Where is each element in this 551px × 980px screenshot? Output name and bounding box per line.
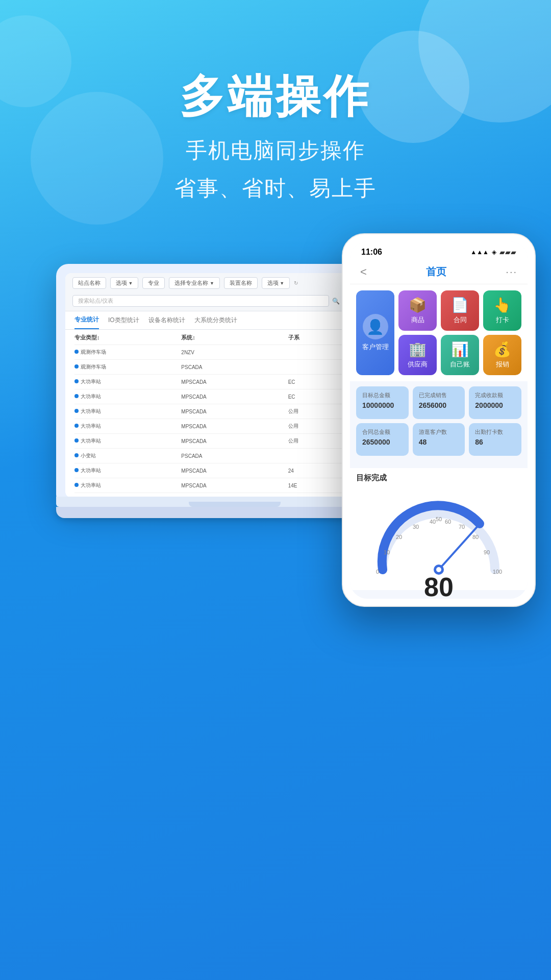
svg-line-11 [439, 525, 479, 570]
subtitle-2: 省事、省时、易上手 [0, 174, 551, 203]
back-button[interactable]: < [360, 265, 367, 279]
svg-text:50: 50 [436, 516, 442, 522]
stats-row-1: 目标总金额 10000000 已完成销售 2656000 完成收款额 20000… [356, 386, 521, 419]
menu-item-contract[interactable]: 📄 合同 [441, 290, 479, 331]
stat-value-1: 2656000 [419, 401, 459, 409]
svg-text:10: 10 [384, 549, 390, 555]
table-cell: PSCADA [181, 453, 288, 459]
phone-outer: 11:06 ▲▲▲ ◈ ▰▰▰ < 首页 ··· [342, 233, 536, 607]
stat-label-1: 已完成销售 [419, 391, 459, 399]
menu-item-account[interactable]: 📊 自己账 [441, 335, 479, 375]
menu-item-clockin[interactable]: 👆 打卡 [483, 290, 521, 331]
tab-major-stats[interactable]: 专业统计 [74, 315, 99, 329]
table-cell: MPSCADA [181, 409, 288, 414]
stat-card-customers-visited: 游逛客户数 48 [413, 423, 465, 456]
svg-text:80: 80 [472, 534, 479, 540]
speedometer-svg: 0 10 20 30 40 50 [367, 493, 510, 575]
tab-io-stats[interactable]: IO类型统计 [108, 316, 139, 329]
status-time: 11:06 [361, 248, 382, 257]
table-cell: PSCADA [181, 364, 288, 370]
speedometer-container: 0 10 20 30 40 50 [356, 488, 521, 585]
phone-screen: 11:06 ▲▲▲ ◈ ▰▰▰ < 首页 ··· [350, 241, 528, 599]
table-cell: 大功率站 [74, 467, 181, 474]
stat-label-3: 合同总金额 [362, 428, 403, 436]
toolbar-refresh-icon[interactable]: ↻ [294, 280, 298, 286]
svg-text:90: 90 [484, 549, 490, 555]
menu-item-customer[interactable]: 👤 客户管理 [356, 290, 394, 375]
phone-menu-grid: 👤 客户管理 📦 商品 📄 合同 👆 [350, 284, 528, 381]
signal-icon: ▲▲▲ [470, 249, 489, 256]
toolbar-dropdown-1[interactable]: 选项 [110, 277, 138, 289]
devices-container: 站点名称 选项 专业 选择专业名称 装置名称 选项 ↻ 搜索站点/仪表 🔍 查询… [0, 243, 551, 498]
products-icon: 📦 [409, 297, 427, 313]
table-cell: 观测停车场 [74, 363, 181, 371]
main-title: 多端操作 [0, 66, 551, 127]
toolbar-label-device: 装置名称 [224, 277, 258, 289]
table-cell: 大功率站 [74, 408, 181, 415]
stat-card-attendance: 出勤打卡数 86 [469, 423, 521, 456]
reimbursement-icon: 💰 [493, 341, 511, 358]
table-cell: MPSCADA [181, 394, 288, 400]
tab-device-stats[interactable]: 设备名称统计 [148, 316, 185, 329]
menu-item-reimbursement[interactable]: 💰 报销 [483, 335, 521, 375]
search-icon: 🔍 [332, 298, 340, 305]
menu-label-reimbursement: 报销 [496, 360, 509, 369]
stat-label-2: 完成收款额 [475, 391, 515, 399]
speedometer: 0 10 20 30 40 50 [367, 493, 510, 575]
table-cell: 大功率站 [74, 482, 181, 489]
account-icon: 📊 [451, 341, 469, 358]
menu-label-supplier: 供应商 [408, 360, 428, 369]
contract-icon: 📄 [451, 297, 469, 313]
more-button[interactable]: ··· [506, 266, 517, 278]
stat-card-contract-total: 合同总金额 2650000 [356, 423, 409, 456]
stat-card-collection-done: 完成收款额 2000000 [469, 386, 521, 419]
svg-text:100: 100 [493, 569, 502, 575]
stat-label-4: 游逛客户数 [419, 428, 459, 436]
menu-label-contract: 合同 [454, 315, 467, 325]
goal-title: 目标完成 [356, 473, 521, 483]
stat-value-2: 2000000 [475, 401, 515, 409]
stats-row-2: 合同总金额 2650000 游逛客户数 48 出勤打卡数 86 [356, 423, 521, 456]
col-header-major: 专业类型↕ [74, 334, 181, 341]
table-cell: MPSCADA [181, 424, 288, 429]
table-cell: MPSCADA [181, 468, 288, 474]
table-cell: 观测停车场 [74, 349, 181, 356]
phone-nav-bar: < 首页 ··· [350, 260, 528, 284]
battery-icon: ▰▰▰ [499, 248, 516, 256]
menu-label-account: 自己账 [450, 360, 470, 369]
customer-avatar: 👤 [363, 314, 388, 339]
toolbar-label-station: 站点名称 [72, 277, 106, 289]
toolbar-dropdown-2[interactable]: 选择专业名称 [169, 277, 219, 289]
stat-value-0: 10000000 [362, 401, 403, 409]
toolbar-search[interactable]: 搜索站点/仪表 [72, 295, 329, 307]
menu-item-products[interactable]: 📦 商品 [398, 290, 437, 331]
nav-title: 首页 [426, 265, 446, 279]
stat-value-4: 48 [419, 438, 459, 446]
stat-label-5: 出勤打卡数 [475, 428, 515, 436]
toolbar-label-major: 专业 [142, 277, 165, 289]
svg-text:0: 0 [376, 569, 379, 575]
table-cell: 2NZV [181, 350, 288, 355]
stat-value-5: 86 [475, 438, 515, 446]
wifi-icon: ◈ [492, 249, 496, 256]
stat-card-sales-done: 已完成销售 2656000 [413, 386, 465, 419]
table-cell: 大功率站 [74, 423, 181, 430]
status-icons: ▲▲▲ ◈ ▰▰▰ [470, 248, 516, 256]
menu-item-supplier[interactable]: 🏢 供应商 [398, 335, 437, 375]
table-cell: MPSCADA [181, 438, 288, 444]
svg-text:20: 20 [396, 534, 402, 540]
table-cell: 大功率站 [74, 393, 181, 400]
menu-label-clockin: 打卡 [496, 315, 509, 325]
speedometer-value: 80 [367, 572, 510, 599]
stat-value-3: 2650000 [362, 438, 403, 446]
table-cell: 大功率站 [74, 378, 181, 385]
menu-label-products: 商品 [411, 315, 424, 325]
supplier-icon: 🏢 [409, 341, 427, 358]
clockin-icon: 👆 [493, 297, 511, 313]
tab-system-stats[interactable]: 大系统分类统计 [194, 316, 237, 329]
toolbar-dropdown-3[interactable]: 选项 [262, 277, 290, 289]
svg-text:30: 30 [413, 524, 419, 530]
subtitle-1: 手机电脑同步操作 [0, 136, 551, 165]
phone-mockup: 11:06 ▲▲▲ ◈ ▰▰▰ < 首页 ··· [342, 233, 536, 607]
svg-text:40: 40 [430, 519, 436, 525]
